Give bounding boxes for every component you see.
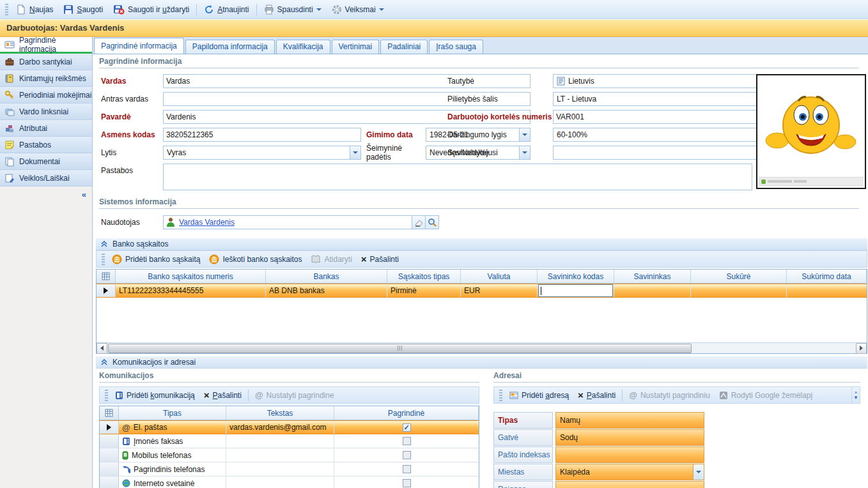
print-button[interactable]: Spausdinti bbox=[259, 3, 327, 17]
user-link[interactable]: Vardas Vardenis bbox=[179, 218, 235, 227]
actions-dropdown-arrow[interactable] bbox=[379, 8, 384, 11]
cell-tipas[interactable]: Mobilus telefonas bbox=[119, 448, 226, 462]
print-dropdown-arrow[interactable] bbox=[316, 8, 322, 11]
toolbar-overflow-button[interactable]: »▼ bbox=[851, 387, 860, 403]
sidebar-item-dokumentai[interactable]: Dokumentai bbox=[0, 153, 92, 170]
col-header-pagrindine[interactable]: Pagrindinė bbox=[334, 406, 479, 420]
bank-account-row[interactable]: LT112222333344445555 AB DNB bankas Pirmi… bbox=[97, 284, 867, 298]
cell-tipas[interactable]: Interneto svetainė bbox=[119, 477, 226, 488]
cell-bankas[interactable]: AB DNB bankas bbox=[266, 284, 387, 297]
save-button[interactable]: Saugoti bbox=[58, 3, 108, 17]
cell-pagrindine[interactable]: ✓ bbox=[334, 421, 479, 434]
cell-tipas[interactable]: @El. paštas bbox=[119, 421, 226, 434]
comm-addr-section-header[interactable]: Komunikacijos ir adresai bbox=[96, 356, 867, 369]
sidebar-item-kintamuju-reiksmes[interactable]: Kintamųjų reikšmės bbox=[0, 70, 92, 87]
primary-checkbox[interactable] bbox=[403, 451, 411, 459]
sidebar-item-pastabos[interactable]: Pastabos bbox=[0, 137, 92, 153]
actions-button[interactable]: Veiksmai bbox=[327, 3, 389, 17]
set-primary-communication-button[interactable]: @ Nustatyti pagrindine bbox=[251, 389, 339, 401]
search-user-button[interactable] bbox=[426, 215, 439, 229]
cell-numeris[interactable]: LT112222333344445555 bbox=[116, 284, 266, 297]
add-bank-account-button[interactable]: Pridėti banko sąskaitą bbox=[107, 253, 205, 266]
sidebar-item-atributai[interactable]: Atributai bbox=[0, 120, 92, 137]
miestas-dropdown-button[interactable] bbox=[693, 464, 704, 480]
address-value-gatve[interactable]: Sodų bbox=[555, 429, 704, 446]
collapse-double-up-icon[interactable] bbox=[101, 359, 107, 365]
toolbar-grip[interactable] bbox=[5, 4, 8, 15]
col-header-saskaitos-tipas[interactable]: Sąskaitos tipas bbox=[387, 270, 461, 284]
cell-tipas[interactable]: Pagrindinis telefonas bbox=[119, 462, 226, 476]
add-communication-button[interactable]: Pridėti komunikaciją bbox=[111, 390, 199, 401]
show-google-map-button[interactable]: Rodyti Google žemėlapį bbox=[715, 390, 817, 401]
col-header-sukurimo-data[interactable]: Sukūrimo data bbox=[787, 270, 867, 284]
toolbar-grip[interactable] bbox=[102, 254, 105, 265]
col-header-tekstas[interactable]: Tekstas bbox=[226, 406, 334, 420]
col-header-savininkas[interactable]: Savininkas bbox=[614, 270, 691, 284]
comm-row-email[interactable]: @El. paštas vardas.vardenis@gmail.com ✓ bbox=[100, 420, 479, 434]
sidebar-item-darbo-santykiai[interactable]: Darbo santykiai bbox=[0, 54, 92, 70]
toolbar-grip[interactable] bbox=[105, 390, 108, 401]
cell-tekstas[interactable] bbox=[226, 462, 334, 476]
primary-checkbox[interactable] bbox=[403, 479, 411, 487]
comm-row-phone[interactable]: Pagrindinis telefonas bbox=[100, 462, 479, 477]
tab-padaliniai[interactable]: Padaliniai bbox=[380, 40, 428, 54]
col-header-valiuta[interactable]: Valiuta bbox=[461, 270, 538, 284]
cell-tekstas[interactable] bbox=[226, 448, 334, 462]
sidebar-item-pagrindine-informacija[interactable]: Pagrindinė informacija bbox=[0, 37, 92, 54]
primary-checkbox[interactable] bbox=[403, 465, 411, 473]
cell-pagrindine[interactable] bbox=[334, 434, 479, 448]
tab-iraso-sauga[interactable]: Įrašo sauga bbox=[429, 40, 483, 54]
grid-corner-cell[interactable] bbox=[100, 406, 119, 420]
cell-pagrindine[interactable] bbox=[334, 462, 479, 476]
tab-vertinimai[interactable]: Vertinimai bbox=[332, 40, 380, 54]
sidebar-collapse-button[interactable]: « bbox=[0, 187, 92, 202]
col-header-bankas[interactable]: Bankas bbox=[266, 270, 387, 284]
scroll-thumb[interactable] bbox=[108, 344, 692, 353]
col-header-tipas[interactable]: Tipas bbox=[119, 406, 226, 420]
scroll-track[interactable] bbox=[107, 343, 856, 354]
comm-row-fax[interactable]: Įmonės faksas bbox=[100, 434, 479, 448]
cell-sukure[interactable] bbox=[691, 284, 787, 297]
address-value-tipas[interactable]: Namų bbox=[555, 412, 704, 429]
grid-corner-cell[interactable] bbox=[97, 270, 116, 284]
cell-tekstas[interactable] bbox=[226, 477, 334, 488]
cell-valiuta[interactable]: EUR bbox=[461, 284, 538, 297]
comm-row-website[interactable]: Interneto svetainė bbox=[100, 477, 479, 488]
col-header-numeris[interactable]: Banko sąskaitos numeris bbox=[116, 270, 266, 284]
address-value-rajonas[interactable] bbox=[555, 481, 704, 488]
cell-savininkas[interactable] bbox=[614, 284, 691, 297]
cell-tipas[interactable]: Įmonės faksas bbox=[119, 434, 226, 448]
tab-pagrindine-informacija[interactable]: Pagrindinė informacija bbox=[94, 38, 184, 54]
delete-communication-button[interactable]: × Pašalinti bbox=[199, 390, 246, 401]
cell-pagrindine[interactable] bbox=[334, 448, 479, 462]
tab-papildoma-informacija[interactable]: Papildoma informacija bbox=[185, 40, 275, 54]
scroll-right-button[interactable] bbox=[856, 343, 867, 354]
sidebar-item-veiklos-laiskai[interactable]: Veiklos/Laiškai bbox=[0, 170, 92, 187]
comm-row-mobile[interactable]: Mobilus telefonas bbox=[100, 448, 479, 462]
sidebar-item-periodiniai-mokejimai[interactable]: Periodiniai mokėjimai bbox=[0, 87, 92, 103]
toolbar-grip[interactable] bbox=[499, 390, 502, 401]
pastabos-textarea[interactable] bbox=[163, 164, 752, 190]
primary-checkbox[interactable] bbox=[403, 437, 411, 445]
delete-bank-account-button[interactable]: × Pašalinti bbox=[357, 254, 403, 265]
cell-tipas[interactable]: Pirminė bbox=[387, 284, 461, 297]
sidebar-item-vardo-linksniai[interactable]: Vardo linksniai bbox=[0, 103, 92, 120]
collapse-double-up-icon[interactable] bbox=[101, 241, 107, 247]
lytis-dropdown[interactable]: Vyras bbox=[163, 146, 361, 160]
tab-kvalifikacija[interactable]: Kvalifikacija bbox=[276, 40, 330, 54]
save-close-button[interactable]: Saugoti ir uždaryti bbox=[108, 3, 194, 17]
add-address-button[interactable]: Pridėti adresą bbox=[505, 390, 573, 401]
set-primary-address-button[interactable]: @ Nustatyti pagrindiniu bbox=[624, 389, 714, 401]
cell-sukurimo-data[interactable] bbox=[787, 284, 867, 297]
address-value-pasto-indeksas[interactable] bbox=[555, 446, 704, 463]
open-bank-account-button[interactable]: Atidaryti bbox=[306, 254, 356, 265]
search-bank-account-button[interactable]: Ieškoti banko sąskaitos bbox=[205, 253, 306, 266]
savininko-kodas-edit-input[interactable] bbox=[538, 284, 613, 297]
cell-tekstas[interactable]: vardas.vardenis@gmail.com bbox=[226, 421, 334, 434]
delete-address-button[interactable]: × Pašalinti bbox=[573, 390, 620, 401]
col-header-sukure[interactable]: Sukūrė bbox=[691, 270, 787, 284]
bank-section-header[interactable]: Banko sąskaitos bbox=[96, 238, 867, 250]
asmens-kodas-input[interactable] bbox=[163, 128, 361, 142]
col-header-savininko-kodas[interactable]: Savininko kodas bbox=[538, 270, 614, 284]
scroll-left-button[interactable] bbox=[97, 343, 107, 354]
